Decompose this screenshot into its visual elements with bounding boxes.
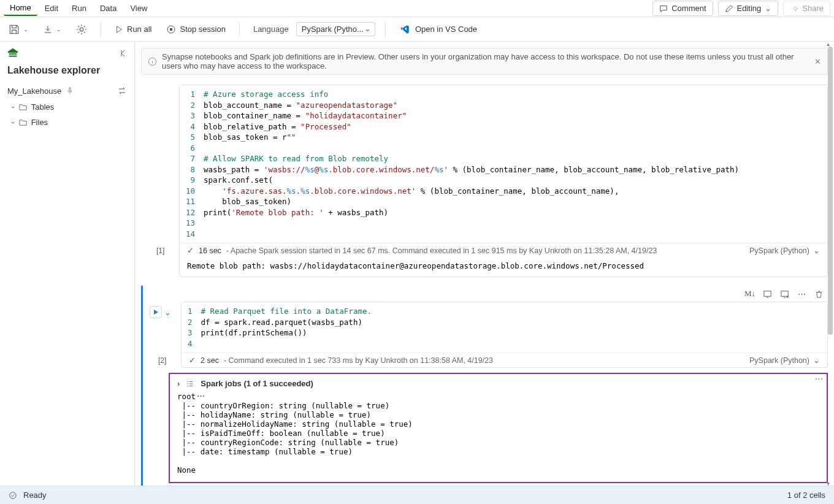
cell-1-status: [1] ✓ 16 sec - Apache Spark session star… [180,243,827,258]
chevron-right-icon: › [177,379,180,388]
cell-2-status: [2] ✓ 2 sec - Command executed in 1 sec … [182,353,827,367]
scroll-down-icon[interactable]: ▾ [827,480,830,486]
editing-button[interactable]: Editing ⌄ [718,1,779,16]
svg-point-0 [80,28,83,31]
cell-action-1[interactable] [760,287,774,300]
vscode-icon [399,24,410,35]
banner-text: Synapse notebooks and Spark job definiti… [162,52,809,71]
run-dropdown[interactable]: ⌄ [164,308,171,317]
editing-label: Editing [737,4,762,13]
pencil-icon [725,4,733,13]
share-button: Share [783,1,830,16]
code-content-2[interactable]: # Read Parquet file into a DataFrame. df… [201,306,372,349]
language-select[interactable]: PySpark (Pytho... [296,22,375,36]
scrollbar-thumb[interactable] [828,47,833,335]
screen-icon [763,289,772,299]
notebook-content: Synapse notebooks and Spark job definiti… [135,42,834,486]
status-cells: 1 of 2 cells [787,491,825,500]
output-menu-icon[interactable]: ⋯ [197,391,206,400]
cell-1-time: 16 sec [199,246,221,255]
cell-2-output: root |-- countryOrRegion: string (nullab… [177,392,819,475]
play-icon [153,309,159,315]
tree-files[interactable]: › Files [0,115,134,130]
folder-icon [18,118,28,127]
run-cell-button[interactable] [150,306,162,318]
gear-icon [76,24,87,35]
tree-files-label: Files [31,118,48,127]
folder-icon [18,102,28,112]
save-button[interactable]: ⌄ [5,21,32,37]
chevron-down-icon: ⌄ [765,4,771,13]
stop-session-button[interactable]: Stop session [163,22,229,37]
chevron-down-icon[interactable]: ⌄ [813,356,820,365]
code-cell-2[interactable]: ⌄ 1234 # Read Parquet file into a DataFr… [181,302,828,368]
tree-tables[interactable]: › Tables [0,99,134,115]
scrollbar[interactable]: ▴ ▾ [825,42,834,486]
menu-run[interactable]: Run [66,1,93,15]
run-all-label: Run all [127,25,151,34]
run-all-button[interactable]: Run all [111,22,155,36]
stop-label: Stop session [180,25,225,34]
comment-button[interactable]: Comment [652,1,713,16]
output-more-icon[interactable]: ⋯ [815,374,824,383]
settings-button[interactable] [72,21,91,37]
cell-1-exec-num: [1] [156,246,164,255]
svg-rect-7 [781,291,787,296]
svg-point-8 [10,492,17,498]
download-icon [43,25,53,34]
cell-2-status-text: - Command executed in 1 sec 733 ms by Ka… [224,356,493,365]
cell-2-toolbar: M↓ ⋯ [181,286,828,302]
open-vscode-button[interactable]: Open in VS Code [396,21,481,37]
markdown-toggle-button[interactable]: M↓ [743,287,757,300]
svg-rect-3 [9,53,17,55]
vscode-label: Open in VS Code [415,25,477,34]
spark-jobs-header[interactable]: › Spark jobs (1 of 1 succeeded) [177,379,819,388]
banner-close[interactable]: ✕ [814,57,821,66]
chevron-down-icon[interactable]: ⌄ [813,246,820,255]
spark-jobs-label: Spark jobs (1 of 1 succeeded) [201,379,313,388]
menu-home[interactable]: Home [4,1,37,16]
status-ready: Ready [23,491,47,500]
collapse-sidebar-icon[interactable] [118,48,128,58]
chevron-icon: › [10,121,17,124]
cell-1-lang: PySpark (Python) [749,246,809,255]
cell-delete-button[interactable] [812,287,825,300]
toolbar: ⌄ ⌄ Run all Stop session Language PySpar… [0,17,834,42]
download-button[interactable]: ⌄ [39,22,65,37]
cell-1-status-text: - Apache Spark session started in 14 sec… [226,246,657,255]
info-icon [148,57,157,66]
svg-rect-4 [9,56,17,57]
save-icon [9,24,20,35]
code-cell-1[interactable]: 1234567891011121314 # Azure storage acce… [179,85,828,277]
check-icon: ✓ [189,356,196,365]
line-numbers: 1234 [182,306,201,349]
spark-jobs-output: › Spark jobs (1 of 1 succeeded) root |--… [169,373,828,483]
cell-action-2[interactable] [778,287,791,300]
screen-add-icon [780,289,789,299]
tree-tables-label: Tables [31,102,55,112]
language-label: Language [253,25,289,34]
trash-icon [814,289,824,299]
swap-icon[interactable] [117,86,127,96]
menu-edit[interactable]: Edit [39,1,64,15]
cell-more-button[interactable]: ⋯ [795,287,808,300]
sidebar: Lakehouse explorer My_Lakehouse › Tables… [0,42,135,486]
lakehouse-name: My_Lakehouse [7,86,61,96]
cell-1-output: Remote blob path: wasbs://holidaydatacon… [180,258,827,277]
svg-rect-6 [763,291,770,296]
preview-banner: Synapse notebooks and Spark job definiti… [141,48,828,75]
share-icon [790,4,798,13]
check-icon: ✓ [187,246,194,255]
lakehouse-row[interactable]: My_Lakehouse [0,82,134,99]
status-bar: Ready 1 of 2 cells [0,486,834,504]
comment-label: Comment [671,4,706,13]
line-numbers: 1234567891011121314 [180,89,204,239]
check-circle-icon [9,491,17,500]
menu-view[interactable]: View [124,1,153,15]
menu-bar: Home Edit Run Data View Comment Editing … [0,0,834,17]
play-icon [115,25,123,34]
cell-2-exec-num: [2] [158,356,166,365]
code-content-1[interactable]: # Azure storage access info blob_account… [204,89,739,239]
sidebar-title: Lakehouse explorer [0,65,134,82]
menu-data[interactable]: Data [94,1,123,15]
